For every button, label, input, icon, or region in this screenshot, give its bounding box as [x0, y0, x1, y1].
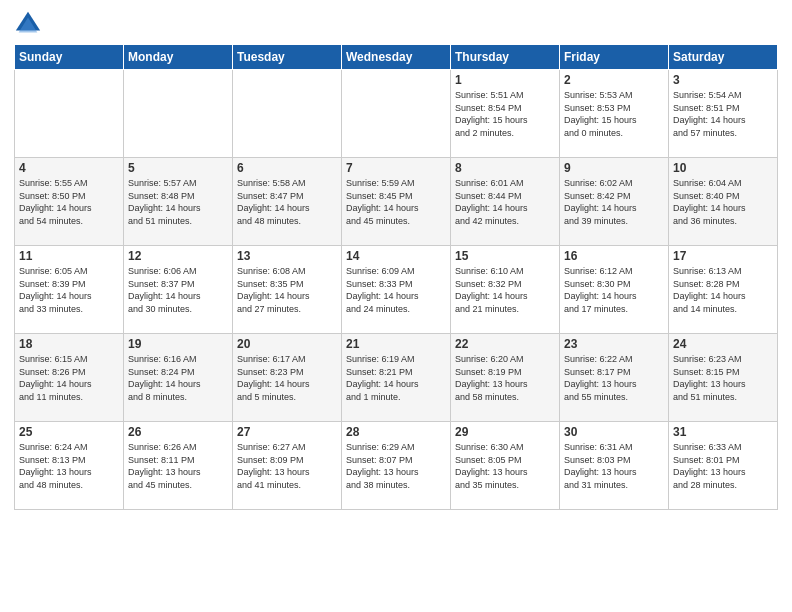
- day-cell: 1Sunrise: 5:51 AM Sunset: 8:54 PM Daylig…: [451, 70, 560, 158]
- day-info: Sunrise: 6:02 AM Sunset: 8:42 PM Dayligh…: [564, 177, 664, 227]
- day-number: 17: [673, 249, 773, 263]
- day-number: 28: [346, 425, 446, 439]
- day-cell: 31Sunrise: 6:33 AM Sunset: 8:01 PM Dayli…: [669, 422, 778, 510]
- day-number: 26: [128, 425, 228, 439]
- day-header-wednesday: Wednesday: [342, 45, 451, 70]
- day-info: Sunrise: 6:26 AM Sunset: 8:11 PM Dayligh…: [128, 441, 228, 491]
- day-info: Sunrise: 6:09 AM Sunset: 8:33 PM Dayligh…: [346, 265, 446, 315]
- day-cell: 2Sunrise: 5:53 AM Sunset: 8:53 PM Daylig…: [560, 70, 669, 158]
- day-number: 24: [673, 337, 773, 351]
- day-info: Sunrise: 6:27 AM Sunset: 8:09 PM Dayligh…: [237, 441, 337, 491]
- day-info: Sunrise: 6:24 AM Sunset: 8:13 PM Dayligh…: [19, 441, 119, 491]
- day-number: 29: [455, 425, 555, 439]
- day-cell: 16Sunrise: 6:12 AM Sunset: 8:30 PM Dayli…: [560, 246, 669, 334]
- day-number: 5: [128, 161, 228, 175]
- day-info: Sunrise: 6:31 AM Sunset: 8:03 PM Dayligh…: [564, 441, 664, 491]
- day-number: 13: [237, 249, 337, 263]
- day-cell: 20Sunrise: 6:17 AM Sunset: 8:23 PM Dayli…: [233, 334, 342, 422]
- day-cell: 7Sunrise: 5:59 AM Sunset: 8:45 PM Daylig…: [342, 158, 451, 246]
- day-info: Sunrise: 5:55 AM Sunset: 8:50 PM Dayligh…: [19, 177, 119, 227]
- day-info: Sunrise: 6:13 AM Sunset: 8:28 PM Dayligh…: [673, 265, 773, 315]
- day-cell: 12Sunrise: 6:06 AM Sunset: 8:37 PM Dayli…: [124, 246, 233, 334]
- day-cell: 10Sunrise: 6:04 AM Sunset: 8:40 PM Dayli…: [669, 158, 778, 246]
- day-number: 25: [19, 425, 119, 439]
- day-number: 8: [455, 161, 555, 175]
- day-info: Sunrise: 5:57 AM Sunset: 8:48 PM Dayligh…: [128, 177, 228, 227]
- day-info: Sunrise: 6:04 AM Sunset: 8:40 PM Dayligh…: [673, 177, 773, 227]
- day-cell: 25Sunrise: 6:24 AM Sunset: 8:13 PM Dayli…: [15, 422, 124, 510]
- day-cell: 3Sunrise: 5:54 AM Sunset: 8:51 PM Daylig…: [669, 70, 778, 158]
- day-info: Sunrise: 6:01 AM Sunset: 8:44 PM Dayligh…: [455, 177, 555, 227]
- day-number: 14: [346, 249, 446, 263]
- day-number: 11: [19, 249, 119, 263]
- day-cell: 8Sunrise: 6:01 AM Sunset: 8:44 PM Daylig…: [451, 158, 560, 246]
- page: SundayMondayTuesdayWednesdayThursdayFrid…: [0, 0, 792, 612]
- day-header-monday: Monday: [124, 45, 233, 70]
- day-header-thursday: Thursday: [451, 45, 560, 70]
- day-info: Sunrise: 6:30 AM Sunset: 8:05 PM Dayligh…: [455, 441, 555, 491]
- day-number: 15: [455, 249, 555, 263]
- day-number: 30: [564, 425, 664, 439]
- day-number: 7: [346, 161, 446, 175]
- day-number: 31: [673, 425, 773, 439]
- day-info: Sunrise: 5:59 AM Sunset: 8:45 PM Dayligh…: [346, 177, 446, 227]
- day-cell: 30Sunrise: 6:31 AM Sunset: 8:03 PM Dayli…: [560, 422, 669, 510]
- day-cell: 22Sunrise: 6:20 AM Sunset: 8:19 PM Dayli…: [451, 334, 560, 422]
- day-number: 6: [237, 161, 337, 175]
- day-info: Sunrise: 6:08 AM Sunset: 8:35 PM Dayligh…: [237, 265, 337, 315]
- day-number: 18: [19, 337, 119, 351]
- day-header-saturday: Saturday: [669, 45, 778, 70]
- day-cell: 19Sunrise: 6:16 AM Sunset: 8:24 PM Dayli…: [124, 334, 233, 422]
- day-header-sunday: Sunday: [15, 45, 124, 70]
- header: [14, 10, 778, 38]
- day-info: Sunrise: 6:15 AM Sunset: 8:26 PM Dayligh…: [19, 353, 119, 403]
- day-cell: 11Sunrise: 6:05 AM Sunset: 8:39 PM Dayli…: [15, 246, 124, 334]
- day-number: 22: [455, 337, 555, 351]
- day-number: 4: [19, 161, 119, 175]
- day-cell: 21Sunrise: 6:19 AM Sunset: 8:21 PM Dayli…: [342, 334, 451, 422]
- week-row-0: 1Sunrise: 5:51 AM Sunset: 8:54 PM Daylig…: [15, 70, 778, 158]
- day-info: Sunrise: 6:05 AM Sunset: 8:39 PM Dayligh…: [19, 265, 119, 315]
- day-info: Sunrise: 6:19 AM Sunset: 8:21 PM Dayligh…: [346, 353, 446, 403]
- day-cell: [15, 70, 124, 158]
- day-info: Sunrise: 5:51 AM Sunset: 8:54 PM Dayligh…: [455, 89, 555, 139]
- day-header-friday: Friday: [560, 45, 669, 70]
- day-cell: 29Sunrise: 6:30 AM Sunset: 8:05 PM Dayli…: [451, 422, 560, 510]
- day-cell: 26Sunrise: 6:26 AM Sunset: 8:11 PM Dayli…: [124, 422, 233, 510]
- day-number: 3: [673, 73, 773, 87]
- day-info: Sunrise: 6:12 AM Sunset: 8:30 PM Dayligh…: [564, 265, 664, 315]
- day-info: Sunrise: 6:22 AM Sunset: 8:17 PM Dayligh…: [564, 353, 664, 403]
- calendar: SundayMondayTuesdayWednesdayThursdayFrid…: [14, 44, 778, 510]
- day-info: Sunrise: 6:33 AM Sunset: 8:01 PM Dayligh…: [673, 441, 773, 491]
- week-row-2: 11Sunrise: 6:05 AM Sunset: 8:39 PM Dayli…: [15, 246, 778, 334]
- day-number: 9: [564, 161, 664, 175]
- day-info: Sunrise: 5:53 AM Sunset: 8:53 PM Dayligh…: [564, 89, 664, 139]
- day-info: Sunrise: 6:06 AM Sunset: 8:37 PM Dayligh…: [128, 265, 228, 315]
- day-cell: [342, 70, 451, 158]
- day-cell: 17Sunrise: 6:13 AM Sunset: 8:28 PM Dayli…: [669, 246, 778, 334]
- logo: [14, 10, 46, 38]
- day-cell: 18Sunrise: 6:15 AM Sunset: 8:26 PM Dayli…: [15, 334, 124, 422]
- day-number: 1: [455, 73, 555, 87]
- day-cell: 9Sunrise: 6:02 AM Sunset: 8:42 PM Daylig…: [560, 158, 669, 246]
- day-number: 16: [564, 249, 664, 263]
- day-cell: 27Sunrise: 6:27 AM Sunset: 8:09 PM Dayli…: [233, 422, 342, 510]
- logo-icon: [14, 10, 42, 38]
- day-number: 10: [673, 161, 773, 175]
- day-cell: [233, 70, 342, 158]
- day-cell: 6Sunrise: 5:58 AM Sunset: 8:47 PM Daylig…: [233, 158, 342, 246]
- day-cell: 15Sunrise: 6:10 AM Sunset: 8:32 PM Dayli…: [451, 246, 560, 334]
- day-cell: 5Sunrise: 5:57 AM Sunset: 8:48 PM Daylig…: [124, 158, 233, 246]
- day-cell: [124, 70, 233, 158]
- day-number: 23: [564, 337, 664, 351]
- week-row-3: 18Sunrise: 6:15 AM Sunset: 8:26 PM Dayli…: [15, 334, 778, 422]
- day-cell: 28Sunrise: 6:29 AM Sunset: 8:07 PM Dayli…: [342, 422, 451, 510]
- day-info: Sunrise: 6:20 AM Sunset: 8:19 PM Dayligh…: [455, 353, 555, 403]
- day-number: 20: [237, 337, 337, 351]
- day-number: 19: [128, 337, 228, 351]
- day-info: Sunrise: 5:58 AM Sunset: 8:47 PM Dayligh…: [237, 177, 337, 227]
- day-cell: 13Sunrise: 6:08 AM Sunset: 8:35 PM Dayli…: [233, 246, 342, 334]
- day-info: Sunrise: 6:17 AM Sunset: 8:23 PM Dayligh…: [237, 353, 337, 403]
- day-number: 27: [237, 425, 337, 439]
- day-info: Sunrise: 5:54 AM Sunset: 8:51 PM Dayligh…: [673, 89, 773, 139]
